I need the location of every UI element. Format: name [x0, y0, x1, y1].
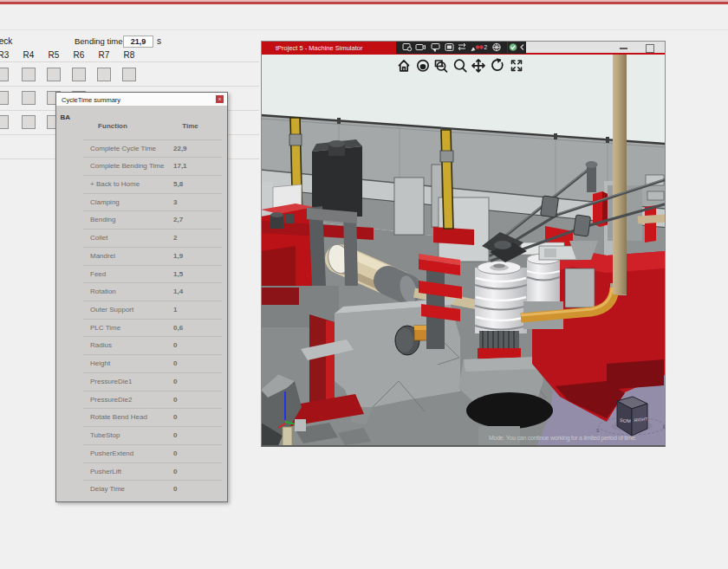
svg-text:Mode. You can continue working: Mode. You can continue working for a lim…: [489, 435, 637, 442]
svg-text:E: E: [663, 424, 665, 430]
svg-text:2: 2: [484, 44, 488, 50]
